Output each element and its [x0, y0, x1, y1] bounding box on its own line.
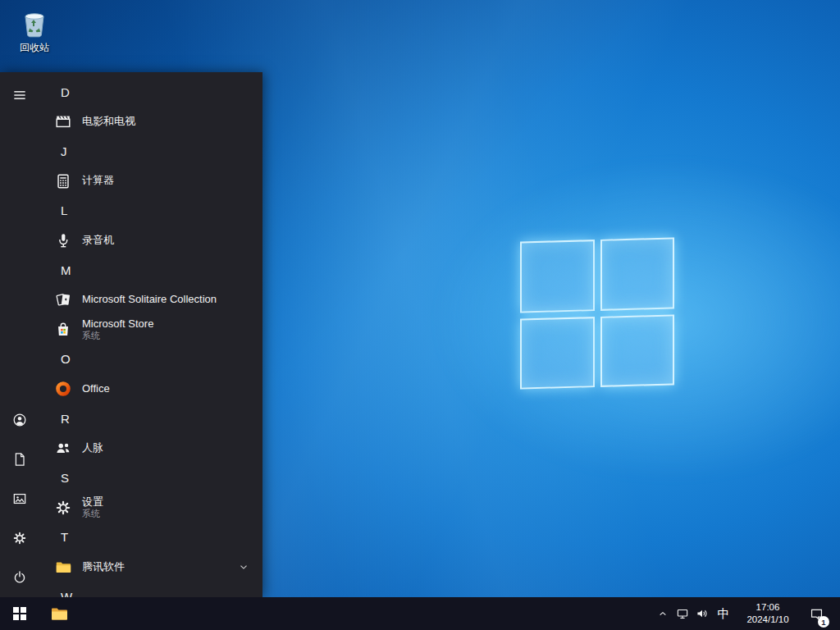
chevron-down-icon[interactable] [238, 561, 249, 573]
start-app-voice-recorder[interactable]: 录音机 [39, 226, 262, 255]
start-app-solitaire[interactable]: Microsoft Solitaire Collection [39, 285, 262, 314]
calculator-icon [52, 171, 74, 192]
app-label: Microsoft Store [82, 318, 153, 331]
office-icon [52, 378, 74, 399]
start-app-movies-tv[interactable]: 电影和电视 [39, 107, 262, 136]
start-app-settings[interactable]: 设置 系统 [39, 493, 262, 523]
pictures-icon[interactable] [0, 479, 39, 518]
action-center-button[interactable]: 1 [804, 597, 829, 630]
section-letter-t[interactable]: T [39, 523, 262, 552]
recycle-bin-shortcut[interactable]: 回收站 [8, 7, 61, 55]
app-label: 腾讯软件 [82, 561, 125, 573]
app-label: 人脉 [82, 442, 103, 454]
system-tray: 中 17:06 2024/1/10 1 [653, 597, 840, 630]
account-icon[interactable] [0, 400, 39, 440]
ime-indicator[interactable]: 中 [712, 597, 735, 630]
tray-overflow-chevron-icon[interactable] [653, 597, 673, 630]
store-icon [52, 319, 74, 340]
recycle-bin-label: 回收站 [8, 41, 61, 55]
notification-badge: 1 [818, 616, 829, 628]
section-letter-s[interactable]: S [39, 463, 262, 492]
section-letter-w[interactable]: W [39, 582, 262, 597]
app-sublabel: 系统 [82, 509, 103, 519]
start-app-office[interactable]: Office [39, 374, 262, 404]
section-letter-o[interactable]: O [39, 345, 262, 374]
windows-hero-logo [520, 238, 674, 390]
start-app-list: D 电影和电视 J [39, 72, 262, 597]
app-label: 录音机 [82, 235, 114, 247]
section-letter-l[interactable]: L [39, 196, 262, 226]
logo-pane [600, 314, 675, 387]
logo-pane [520, 317, 595, 390]
volume-icon[interactable] [692, 597, 712, 630]
logo-pane [520, 240, 595, 313]
app-label: Office [82, 383, 110, 395]
start-menu-rail [0, 72, 39, 597]
start-button[interactable] [0, 597, 39, 630]
gear-icon [52, 497, 74, 518]
start-app-microsoft-store[interactable]: Microsoft Store 系统 [39, 315, 262, 345]
file-explorer-icon [49, 604, 69, 623]
section-letter-r[interactable]: R [39, 404, 262, 433]
documents-icon[interactable] [0, 440, 39, 479]
power-icon[interactable] [0, 558, 39, 597]
app-label: 设置 [82, 496, 103, 509]
logo-pane [600, 238, 675, 311]
app-label: 电影和电视 [82, 116, 135, 128]
file-explorer-button[interactable] [39, 597, 79, 630]
app-sublabel: 系统 [82, 331, 153, 341]
solitaire-icon [52, 289, 74, 310]
app-label: 计算器 [82, 175, 114, 187]
network-icon[interactable] [673, 597, 692, 630]
movies-tv-icon [52, 111, 74, 132]
folder-icon [52, 556, 74, 578]
microphone-icon [52, 230, 74, 251]
section-letter-m[interactable]: M [39, 255, 262, 285]
people-icon [52, 437, 74, 459]
clock-date: 2024/1/10 [738, 614, 797, 626]
start-folder-tencent[interactable]: 腾讯软件 [39, 552, 262, 582]
windows-desktop: 回收站 [0, 0, 840, 630]
app-label: Microsoft Solitaire Collection [82, 294, 217, 306]
taskbar: 中 17:06 2024/1/10 1 [0, 597, 840, 630]
windows-logo-icon [13, 607, 26, 620]
start-menu: D 电影和电视 J [0, 72, 262, 597]
start-app-people[interactable]: 人脉 [39, 433, 262, 463]
section-letter-d[interactable]: D [39, 77, 262, 107]
start-app-calculator[interactable]: 计算器 [39, 167, 262, 196]
clock-time: 17:06 [738, 601, 797, 614]
section-letter-j[interactable]: J [39, 136, 262, 166]
hamburger-menu-icon[interactable] [0, 75, 39, 115]
clock[interactable]: 17:06 2024/1/10 [738, 601, 797, 626]
recycle-bin-icon [8, 7, 61, 39]
settings-gear-icon[interactable] [0, 518, 39, 558]
